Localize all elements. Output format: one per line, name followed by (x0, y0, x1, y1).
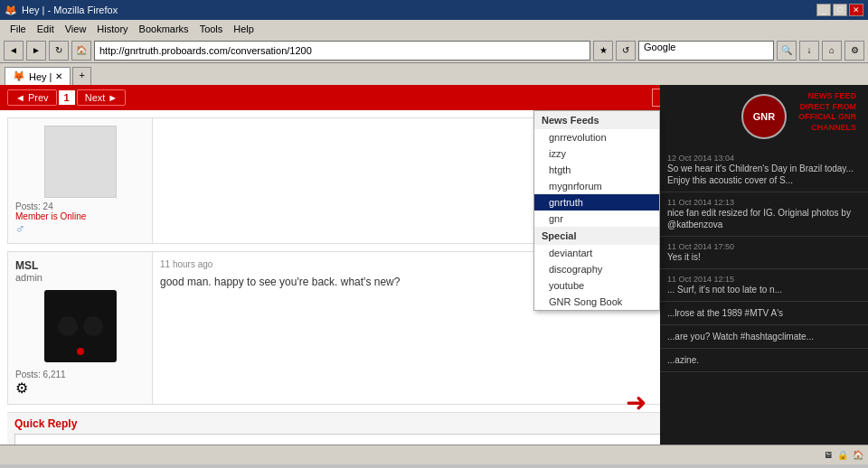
dropdown-item-youtube[interactable]: youtube (534, 277, 659, 294)
dropdown-item-mygnrforum[interactable]: mygnrforum (534, 178, 659, 194)
menu-view[interactable]: View (60, 23, 92, 35)
address-text: http://gnrtruth.proboards.com/conversati… (99, 45, 312, 56)
menu-tools[interactable]: Tools (194, 23, 229, 35)
news-text-3: Yes it is! (667, 251, 861, 263)
dropdown-news-feeds-header: News Feeds (534, 111, 659, 129)
forward-button[interactable]: ► (26, 41, 46, 61)
page-number: 1 (59, 90, 75, 105)
list-item: ...lrose at the 1989 #MTV A's (660, 302, 868, 325)
dropdown-item-gnr[interactable]: gnr (534, 211, 659, 227)
user-stats-1: Posts: 24 (15, 201, 145, 211)
lock-icon: 🔒 (837, 450, 848, 460)
gender-icon-1: ♂ (15, 221, 25, 236)
tabs-bar: 🦊 Hey | ✕ + (0, 63, 868, 85)
dropdown-special-header: Special (534, 227, 659, 245)
avatar-2 (44, 290, 117, 362)
tab-hey[interactable]: 🦊 Hey | ✕ (5, 67, 71, 85)
avatar-dot-left (58, 316, 78, 336)
settings-button[interactable]: ⚙ (844, 41, 864, 61)
menu-edit[interactable]: Edit (32, 23, 60, 35)
dropdown-item-discography[interactable]: discography (534, 261, 659, 277)
list-item: 11 Oct 2014 17:50 Yes it is! (660, 237, 868, 269)
menu-history[interactable]: History (91, 23, 133, 35)
dropdown-item-izzy[interactable]: izzy (534, 145, 659, 162)
bookmark-button[interactable]: ★ (593, 41, 613, 61)
online-status-1: Member is Online (15, 211, 145, 221)
page-content: ◄ Prev 1 Next ► Actions ▼ Go Posts: 24 M… (0, 85, 868, 445)
title-bar-controls: _ □ ✕ (816, 4, 863, 16)
home-button[interactable]: 🏠 (71, 41, 91, 61)
news-text-7: ...azine. (667, 354, 861, 366)
news-date-4: 11 Oct 2014 12:15 (667, 275, 861, 284)
title-bar: 🦊 Hey | - Mozilla Firefox _ □ ✕ (0, 0, 868, 20)
list-item: ...are you? Watch #hashtagclimate... (660, 325, 868, 349)
news-text-5: ...lrose at the 1989 #MTV A's (667, 307, 861, 319)
user-stats-2: Posts: 6,211 (15, 370, 145, 379)
news-text-2: nice fan edit resized for IG. Original p… (667, 207, 861, 230)
news-text-4: ... Surf, it's not too late to n... (667, 284, 861, 295)
gnr-logo-icon: GNR (741, 94, 787, 139)
menu-file[interactable]: File (5, 23, 32, 35)
avatar-dot-right (83, 316, 103, 336)
news-date-3: 11 Oct 2014 17:50 (667, 242, 861, 251)
menu-help[interactable]: Help (228, 23, 259, 35)
browser-search[interactable]: Google (638, 41, 774, 61)
firefox-icon: 🦊 (5, 5, 17, 16)
news-text-6: ...are you? Watch #hashtagclimate... (667, 331, 861, 342)
maximize-button[interactable]: □ (833, 4, 847, 16)
news-text-1: So we hear it's Children's Day in Brazil… (667, 163, 861, 186)
reload-button[interactable]: ↻ (49, 41, 69, 61)
pagination: ◄ Prev 1 Next ► (7, 89, 126, 106)
user-role-2: admin (15, 272, 145, 283)
dropdown-item-deviantart[interactable]: deviantart (534, 245, 659, 261)
menu-bar: File Edit View History Bookmarks Tools H… (0, 20, 868, 38)
dropdown-item-gnrrevolution[interactable]: gnrrevolution (534, 129, 659, 145)
list-item: 12 Oct 2014 13:04 So we hear it's Childr… (660, 148, 868, 192)
search-go-button[interactable]: 🔍 (777, 41, 797, 61)
right-sidebar: GNR NEWS FEEDDIRECT FROMOFFICIAL GNRCHAN… (660, 85, 868, 445)
download-button[interactable]: ↓ (799, 41, 819, 61)
home-nav-button[interactable]: ⌂ (822, 41, 842, 61)
status-bar: 🖥 🔒 🏠 (0, 445, 868, 464)
news-date-1: 12 Oct 2014 13:04 (667, 154, 861, 163)
list-item: 11 Oct 2014 12:15 ... Surf, it's not too… (660, 269, 868, 302)
close-button[interactable]: ✕ (849, 4, 863, 16)
monitor-icon: 🖥 (824, 450, 833, 460)
tab-close-button[interactable]: ✕ (55, 71, 62, 81)
refresh-icon[interactable]: ↺ (616, 41, 636, 61)
prev-button[interactable]: ◄ Prev (7, 89, 57, 106)
list-item: ...azine. (660, 349, 868, 372)
window-title: Hey | - Mozilla Firefox (22, 5, 118, 15)
content-area: Posts: 24 Member is Online ♂ MSL admin (0, 110, 868, 445)
gnr-logo-text: GNR (753, 111, 775, 122)
menu-bookmarks[interactable]: Bookmarks (134, 23, 194, 35)
list-item: 11 Oct 2014 12:13 nice fan edit resized … (660, 192, 868, 237)
back-button[interactable]: ◄ (4, 41, 24, 61)
new-tab-button[interactable]: + (72, 67, 90, 85)
post-user-col-1: Posts: 24 Member is Online ♂ (8, 118, 153, 243)
minimize-button[interactable]: _ (816, 4, 831, 16)
status-icons: 🖥 🔒 🏠 (824, 450, 863, 460)
sidebar-logo: GNR NEWS FEEDDIRECT FROMOFFICIAL GNRCHAN… (660, 85, 868, 148)
next-button[interactable]: Next ► (77, 89, 127, 106)
dropdown-item-htgth[interactable]: htgth (534, 162, 659, 178)
home-status-icon: 🏠 (853, 450, 863, 460)
avatar-red-dot (77, 348, 84, 355)
tab-label: Hey | (29, 71, 52, 82)
tab-favicon: 🦊 (13, 70, 25, 82)
user-badge-icon: ⚙ (15, 380, 28, 396)
dropdown-item-gnrsongbook[interactable]: GNR Song Book (534, 294, 659, 310)
post-user-col-2: MSL admin Posts: 6,211 ⚙ (8, 252, 153, 404)
title-bar-left: 🦊 Hey | - Mozilla Firefox (5, 5, 118, 16)
address-bar[interactable]: http://gnrtruth.proboards.com/conversati… (94, 41, 590, 61)
dropdown-item-gnrtruth[interactable]: gnrtruth (534, 194, 659, 211)
username-2: MSL (15, 259, 145, 272)
browser-chrome: 🦊 Hey | - Mozilla Firefox _ □ ✕ File Edi… (0, 0, 868, 85)
news-feed-title: NEWS FEEDDIRECT FROMOFFICIAL GNRCHANNELS (791, 89, 863, 136)
news-date-2: 11 Oct 2014 12:13 (667, 198, 861, 207)
arrow-indicator-icon: ➜ (626, 388, 646, 417)
actions-dropdown: News Feeds gnrrevolution izzy htgth mygn… (533, 110, 660, 311)
toolbar: ◄ ► ↻ 🏠 http://gnrtruth.proboards.com/co… (0, 38, 868, 63)
